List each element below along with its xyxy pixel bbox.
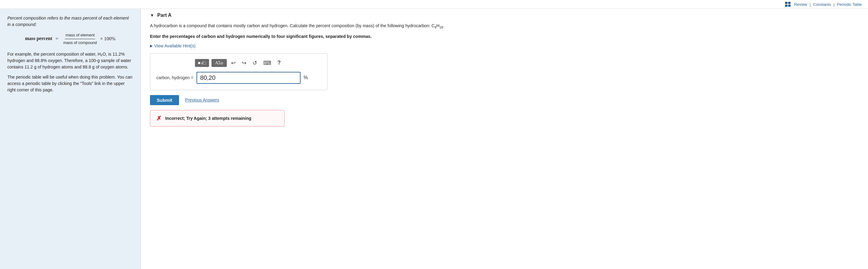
greek-toolbar-btn[interactable]: ΑΣφ [212, 59, 227, 67]
refresh-icon: ↺ [252, 60, 257, 66]
times-100: × 100% [100, 36, 115, 41]
keyboard-btn[interactable]: ⌨ [261, 58, 273, 68]
svg-rect-3 [788, 5, 790, 7]
sidebar: Percent composition refers to the mass p… [0, 9, 141, 269]
hint-link-label: View Available Hint(s) [154, 43, 195, 48]
periodic-table-link[interactable]: Periodic Table [837, 2, 862, 7]
undo-icon: ↩ [231, 60, 236, 66]
math-toolbar-btn[interactable]: ■ √□ [195, 59, 209, 67]
top-bar: Review | Constants | Periodic Table [0, 0, 868, 9]
input-label: carbon, hydrogen = [156, 75, 193, 80]
part-a-label: Part A [157, 12, 172, 18]
undo-btn[interactable]: ↩ [229, 58, 238, 68]
formula-block: mass percent = mass of element mass of c… [7, 32, 133, 45]
keyboard-icon: ⌨ [263, 60, 271, 66]
hint-link[interactable]: ▶ View Available Hint(s) [150, 43, 195, 48]
content-area: ▼ Part A A hydrocarbon is a compound tha… [141, 9, 868, 269]
fraction: mass of element mass of compound [63, 32, 98, 45]
review-link[interactable]: Review [794, 2, 807, 7]
question-text: A hydrocarbon is a compound that contain… [150, 22, 859, 30]
refresh-btn[interactable]: ↺ [251, 58, 259, 68]
help-btn[interactable]: ? [275, 58, 282, 67]
submit-row: Submit Previous Answers [150, 95, 859, 105]
answer-input[interactable] [196, 72, 301, 84]
sidebar-tools-text: The periodic table will be useful when d… [7, 74, 133, 93]
svg-rect-0 [785, 2, 787, 4]
error-message: Incorrect; Try Again; 3 attempts remaini… [165, 116, 251, 121]
svg-rect-2 [785, 5, 787, 7]
hint-arrow-icon: ▶ [150, 44, 153, 48]
constants-link[interactable]: Constants [813, 2, 831, 7]
svg-rect-1 [788, 2, 790, 4]
instruction-text: Enter the percentages of carbon and hydr… [150, 33, 859, 40]
tools-icon [785, 2, 792, 7]
formula-label: mass percent [25, 36, 52, 41]
greek-label: ΑΣφ [215, 61, 223, 65]
math-sqrt-icon: √□ [201, 61, 206, 65]
sidebar-intro: Percent composition refers to the mass p… [7, 15, 133, 28]
question-main: A hydrocarbon is a compound that contain… [150, 22, 859, 30]
main-layout: Percent composition refers to the mass p… [0, 9, 868, 269]
help-icon: ? [277, 60, 281, 66]
math-icon: ■ [198, 61, 200, 65]
redo-btn[interactable]: ↪ [240, 58, 248, 68]
instruction-bold: Enter the percentages of carbon and hydr… [150, 34, 372, 39]
formula-equals: = [55, 36, 58, 41]
previous-answers-link[interactable]: Previous Answers [185, 98, 219, 102]
part-a-header: ▼ Part A [150, 12, 859, 18]
fraction-numerator: mass of element [65, 32, 95, 39]
error-icon: ✗ [156, 114, 162, 122]
fraction-denominator: mass of compound [63, 39, 98, 46]
submit-button[interactable]: Submit [150, 95, 179, 105]
unit-label: % [304, 75, 308, 80]
error-box: ✗ Incorrect; Try Again; 3 attempts remai… [150, 110, 285, 127]
sidebar-example: For example, the percent composition of … [7, 51, 133, 70]
toolbar: ■ √□ ΑΣφ ↩ ↪ ↺ ⌨ ? [156, 58, 321, 68]
answer-box: ■ √□ ΑΣφ ↩ ↪ ↺ ⌨ ? [150, 53, 328, 90]
collapse-arrow[interactable]: ▼ [150, 13, 154, 18]
redo-icon: ↪ [242, 60, 246, 66]
input-row: carbon, hydrogen = % [156, 72, 321, 84]
sep2: | [833, 2, 834, 7]
sep1: | [810, 2, 810, 7]
